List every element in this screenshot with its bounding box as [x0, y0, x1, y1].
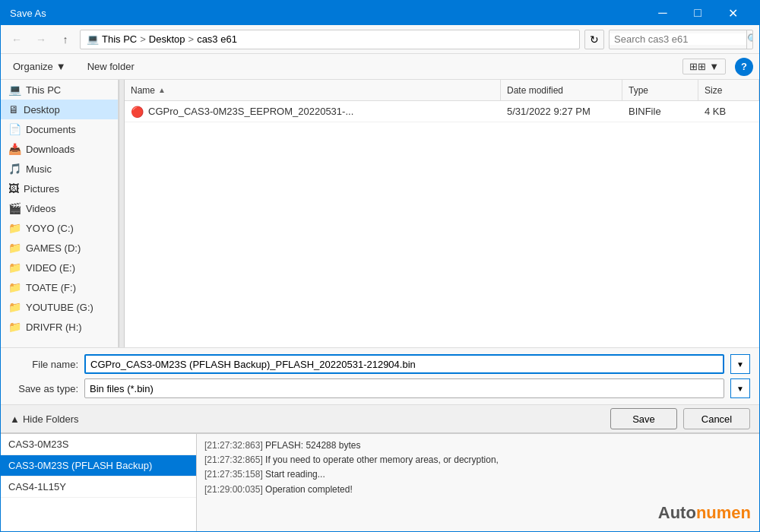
sidebar-item-music[interactable]: 🎵Music	[1, 159, 118, 179]
breadcrumb-sep2: >	[188, 33, 195, 45]
file-row[interactable]: 🔴 CGPro_CAS3-0M23S_EEPROM_20220531-... 5…	[125, 101, 759, 122]
file-name-cell: 🔴 CGPro_CAS3-0M23S_EEPROM_20220531-...	[125, 106, 501, 118]
back-button[interactable]: ←	[7, 30, 27, 49]
view-button[interactable]: ⊞⊞ ▼	[682, 59, 726, 74]
sidebar-icon-this-pc: 💻	[8, 84, 21, 96]
sidebar-item-yoyo-c[interactable]: 📁YOYO (C:)	[1, 218, 118, 238]
col-header-date[interactable]: Date modified	[501, 80, 622, 101]
search-input[interactable]	[610, 33, 746, 45]
organize-button[interactable]: Organize ▼	[7, 58, 72, 75]
cancel-label: Cancel	[701, 413, 732, 425]
sidebar-label-toate-f: TOATE (F:)	[26, 282, 76, 293]
sidebar-icon-games-d: 📁	[8, 242, 21, 254]
file-size-cell: 4 KB	[698, 106, 759, 117]
sidebar-label-videos: Videos	[26, 203, 56, 214]
minimize-button[interactable]: ─	[645, 1, 680, 25]
file-name-text: CGPro_CAS3-0M23S_EEPROM_20220531-...	[148, 106, 353, 117]
new-folder-label: New folder	[87, 61, 135, 72]
sidebar-label-desktop: Desktop	[24, 104, 60, 116]
sidebar-item-games-d[interactable]: 📁GAMES (D:)	[1, 238, 118, 258]
sidebar-item-videos[interactable]: 🎬Videos	[1, 198, 118, 218]
search-bar: 🔍	[609, 30, 753, 49]
log-time: [21:27:35:158]	[204, 469, 263, 480]
file-list: Name ▲ Date modified Type Size 🔴 CGPro_C…	[125, 80, 759, 347]
maximize-button[interactable]: □	[680, 1, 715, 25]
sidebar-label-games-d: GAMES (D:)	[26, 242, 81, 254]
sidebar-icon-videos: 🎬	[8, 202, 21, 214]
log-line: [21:27:32:865] If you need to operate ot…	[204, 453, 752, 467]
breadcrumb-icon: 💻	[87, 33, 99, 45]
breadcrumb-desktop: Desktop	[149, 33, 185, 45]
file-icon: 🔴	[131, 106, 144, 118]
sidebar-icon-yoyo-c: 📁	[8, 222, 21, 234]
new-folder-button[interactable]: New folder	[81, 58, 141, 75]
breadcrumb-sep1: >	[140, 33, 146, 45]
sidebar: 💻This PC🖥Desktop📄Documents📥Downloads🎵Mus…	[1, 80, 119, 347]
savetype-label: Save as type:	[10, 383, 78, 394]
savetype-select[interactable]: Bin files (*.bin)	[84, 378, 724, 398]
sidebar-item-toate-f[interactable]: 📁TOATE (F:)	[1, 277, 118, 297]
title-bar: Save As ─ □ ✕	[1, 1, 759, 25]
forward-button[interactable]: →	[31, 30, 51, 49]
up-button[interactable]: ↑	[55, 30, 75, 49]
breadcrumb-this-pc: This PC	[102, 33, 137, 45]
filename-input[interactable]	[84, 354, 724, 374]
log-time: [21:27:32:863]	[204, 440, 263, 451]
sidebar-label-yoyo-c: YOYO (C:)	[26, 223, 74, 234]
sidebar-icon-youtube-g: 📁	[8, 301, 21, 313]
help-label: ?	[741, 61, 747, 72]
help-button[interactable]: ?	[735, 58, 753, 76]
sidebar-item-this-pc[interactable]: 💻This PC	[1, 80, 118, 100]
file-type-cell: BINFile	[622, 106, 698, 117]
sidebar-icon-pictures: 🖼	[8, 182, 19, 195]
cancel-button[interactable]: Cancel	[683, 408, 750, 429]
log-text: PFLASH: 524288 bytes	[263, 440, 361, 451]
search-icon-button[interactable]: 🔍	[746, 30, 753, 49]
sidebar-item-video-e[interactable]: 📁VIDEO (E:)	[1, 258, 118, 277]
brand-auto: Auto	[658, 503, 696, 522]
log-line: [21:29:00:035] Operation completed!	[204, 483, 752, 497]
log-line: [21:27:32:863] PFLASH: 524288 bytes	[204, 439, 752, 453]
close-button[interactable]: ✕	[715, 1, 750, 25]
lower-left-panel: CAS3-0M23SCAS3-0M23S (PFLASH Backup)CAS4…	[1, 434, 197, 531]
title-bar-controls: ─ □ ✕	[645, 1, 750, 25]
col-header-name[interactable]: Name ▲	[125, 80, 501, 101]
resize-handle[interactable]	[119, 80, 125, 347]
dialog-buttons: Save Cancel	[610, 408, 750, 429]
file-date-cell: 5/31/2022 9:27 PM	[501, 106, 622, 117]
refresh-button[interactable]: ↻	[584, 30, 604, 49]
organize-label: Organize	[13, 61, 53, 72]
savetype-row: Save as type: Bin files (*.bin) ▼	[10, 378, 750, 398]
log-text: Operation completed!	[263, 484, 353, 495]
hide-folders-button[interactable]: ▲ Hide Folders	[10, 413, 79, 425]
sidebar-label-documents: Documents	[26, 124, 76, 135]
col-header-type[interactable]: Type	[622, 80, 698, 101]
lower-item-cas4-1l15y[interactable]: CAS4-1L15Y	[1, 477, 196, 498]
save-label: Save	[632, 413, 655, 425]
sidebar-label-pictures: Pictures	[24, 183, 59, 195]
savetype-value: Bin files (*.bin)	[90, 383, 154, 394]
breadcrumb-bar[interactable]: 💻 This PC > Desktop > cas3 e61	[80, 30, 580, 49]
sidebar-item-youtube-g[interactable]: 📁YOUTUBE (G:)	[1, 297, 118, 317]
save-button[interactable]: Save	[610, 408, 677, 429]
sidebar-item-downloads[interactable]: 📥Downloads	[1, 139, 118, 159]
sidebar-label-music: Music	[26, 163, 52, 175]
brand-numen: numen	[696, 503, 751, 522]
hide-folders-icon: ▲	[10, 413, 20, 425]
sidebar-item-pictures[interactable]: 🖼Pictures	[1, 179, 118, 198]
lower-panel: CAS3-0M23SCAS3-0M23S (PFLASH Backup)CAS4…	[1, 432, 759, 531]
sidebar-item-desktop[interactable]: 🖥Desktop	[1, 100, 118, 119]
sidebar-item-documents[interactable]: 📄Documents	[1, 119, 118, 139]
col-header-size[interactable]: Size	[698, 80, 759, 101]
lower-item-cas3-0m23s[interactable]: CAS3-0M23S	[1, 434, 196, 455]
filename-dropdown-button[interactable]: ▼	[730, 354, 750, 374]
sidebar-label-drivfr-h: DRIVFR (H:)	[26, 321, 82, 333]
sidebar-label-video-e: VIDEO (E:)	[26, 262, 75, 274]
lower-item-cas3-0m23s-pflash[interactable]: CAS3-0M23S (PFLASH Backup)	[1, 455, 196, 477]
log-text: If you need to operate other memory area…	[263, 454, 499, 465]
sidebar-label-downloads: Downloads	[26, 144, 74, 155]
log-time: [21:29:00:035]	[204, 484, 263, 495]
sidebar-item-drivfr-h[interactable]: 📁DRIVFR (H:)	[1, 317, 118, 337]
savetype-dropdown-button[interactable]: ▼	[730, 378, 750, 398]
content-area: 💻This PC🖥Desktop📄Documents📥Downloads🎵Mus…	[1, 80, 759, 347]
